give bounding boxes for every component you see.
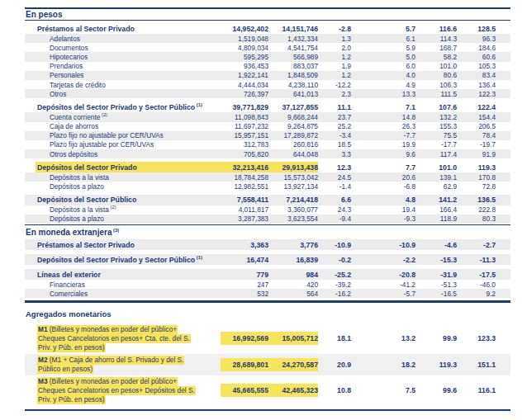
- value-cell: -1.4: [318, 182, 351, 191]
- aggregate-value-cell: 42,465,323: [268, 384, 318, 397]
- value-cell: 101.0: [415, 62, 457, 70]
- value-cell: 72.8: [457, 182, 496, 191]
- value-cell: 779: [221, 271, 268, 279]
- row-label: Préstamos al Sector Privado: [25, 241, 221, 249]
- aggregate-value-cell: 28,689,801: [221, 358, 268, 371]
- aggregate-value-cell: 116.1: [457, 386, 496, 394]
- value-cell: 5.0: [351, 53, 415, 61]
- value-cell: 4,238,110: [268, 81, 318, 89]
- value-cell: 4,541,754: [268, 44, 318, 52]
- value-cell: 6.1: [351, 35, 415, 43]
- aggregate-row: M3 (Billetes y monedas en poder del públ…: [25, 375, 510, 406]
- value-cell: 566,989: [268, 53, 318, 61]
- footnote-marker: (3): [112, 228, 119, 233]
- row-label-text: Financieras: [50, 281, 85, 289]
- value-cell: -11.3: [457, 256, 496, 264]
- aggregate-label-line: Cheques Cancelatorios en pesos+ Depósito…: [37, 386, 196, 395]
- value-cell: 11,098,843: [221, 113, 268, 121]
- aggregate-row: M2 (M1 + Caja de ahorro del S. Privado y…: [25, 354, 510, 375]
- value-cell: 1.2: [318, 71, 351, 79]
- value-cell: -6.8: [351, 182, 415, 191]
- value-cell: 11.1: [318, 103, 351, 111]
- aggregate-label: M2 (M1 + Caja de ahorro del S. Privado y…: [25, 356, 221, 374]
- value-cell: 24.3: [318, 205, 351, 214]
- section-header: En pesos: [25, 7, 510, 21]
- row-label: Depósitos del Sector Privado: [25, 163, 221, 172]
- value-cell: -5.7: [351, 290, 415, 298]
- value-cell: -2.8: [318, 25, 351, 33]
- footnote-marker: (1): [195, 103, 202, 107]
- table-row: Prendarios936,453883,0371.96.0101.0105.3: [25, 62, 510, 71]
- footnote-marker: (1): [195, 256, 202, 260]
- footnote-marker: (2): [109, 205, 116, 210]
- aggregate-value-cell: 13.2: [351, 334, 415, 342]
- row-label: Hipotecarios: [25, 53, 221, 61]
- value-cell: 18.5: [318, 140, 351, 149]
- aggregate-label-line: M3 (Billetes y monedas en poder del públ…: [37, 377, 178, 386]
- value-cell: 883,037: [268, 62, 318, 70]
- value-cell: 20.6: [351, 173, 415, 182]
- row-label-text: Personales: [50, 71, 84, 79]
- value-cell: -15.3: [415, 256, 457, 264]
- value-cell: 62.9: [415, 182, 457, 191]
- value-cell: -25.2: [318, 271, 351, 279]
- value-cell: 18,784,258: [221, 173, 268, 182]
- value-cell: 705,820: [221, 150, 268, 158]
- row-label: Depósitos del Sector Público: [25, 196, 221, 204]
- value-cell: 6.6: [318, 196, 351, 204]
- value-cell: -9.3: [351, 215, 415, 223]
- aggregate-value-cell: 24,270,587: [268, 358, 318, 371]
- row-label-text: Depósitos a plazo: [50, 215, 104, 223]
- row-label: Financieras: [25, 281, 221, 289]
- value-cell: 114.3: [415, 35, 457, 43]
- row-label-text: Prendarios: [50, 62, 83, 70]
- aggregate-value-cell: 16,992,569: [221, 332, 268, 345]
- section-header: Agregados monetarios: [26, 309, 510, 319]
- section-header-label: En moneda extranjera: [26, 228, 112, 237]
- value-cell: 2.0: [318, 44, 351, 52]
- value-cell: 5.9: [351, 44, 415, 52]
- value-cell: 168.7: [415, 44, 457, 52]
- value-cell: 1,519,048: [221, 35, 268, 43]
- value-cell: 17,289,872: [268, 131, 318, 139]
- value-cell: 4,011,817: [221, 205, 268, 214]
- clipped-note: encajes) / Depósitos Totales: [0, 0, 527, 7]
- value-cell: 1,922,141: [221, 71, 268, 79]
- table-row: Depósitos del Sector Privado y Sector Pú…: [25, 254, 510, 265]
- row-label-text: Depósitos del Sector Público: [37, 196, 136, 204]
- value-cell: 117.4: [415, 150, 457, 158]
- value-cell: 170.8: [457, 173, 496, 182]
- value-cell: 136.5: [457, 196, 496, 204]
- value-cell: 15,573,042: [268, 173, 318, 182]
- aggregate-value-cell: 119.3: [415, 361, 457, 369]
- aggregate-value-cell: 20.9: [318, 361, 351, 369]
- value-cell: 105.3: [457, 62, 496, 70]
- value-cell: -16.2: [318, 290, 351, 298]
- aggregate-value-cell: 18.2: [351, 361, 415, 369]
- value-cell: 3.3: [318, 150, 351, 158]
- value-cell: 136.4: [457, 81, 496, 89]
- value-cell: 15,957,151: [221, 131, 268, 139]
- value-cell: 3,363: [221, 241, 268, 249]
- aggregate-label-line: Público en pesos): [37, 365, 93, 374]
- value-cell: 16,474: [221, 256, 268, 264]
- aggregate-code: M3: [38, 377, 48, 385]
- aggregate-code: M2: [38, 356, 48, 364]
- value-cell: 4.9: [351, 81, 415, 89]
- value-cell: -2.7: [457, 241, 496, 249]
- section-header-label: Agregados monetarios: [26, 309, 111, 319]
- value-cell: 106.3: [415, 81, 457, 89]
- aggregate-label: M3 (Billetes y monedas en poder del públ…: [25, 377, 221, 404]
- divider: [25, 409, 510, 412]
- aggregate-value-cell: 7.5: [351, 386, 415, 394]
- value-cell: 101.0: [415, 163, 457, 172]
- row-label-text: Préstamos al Sector Privado: [37, 25, 135, 33]
- value-cell: 96.3: [457, 35, 496, 43]
- aggregate-label-line: Priv. y Púb. en pesos): [37, 343, 106, 352]
- row-label: Depósitos del Sector Privado y Sector Pú…: [25, 103, 221, 111]
- row-label: Documentos: [25, 44, 221, 52]
- value-cell: 25.2: [318, 122, 351, 130]
- table-row: Tarjetas de crédito4,444,0344,238,110-12…: [25, 80, 510, 89]
- value-cell: 564: [268, 290, 318, 298]
- row-label: Comerciales: [25, 290, 221, 298]
